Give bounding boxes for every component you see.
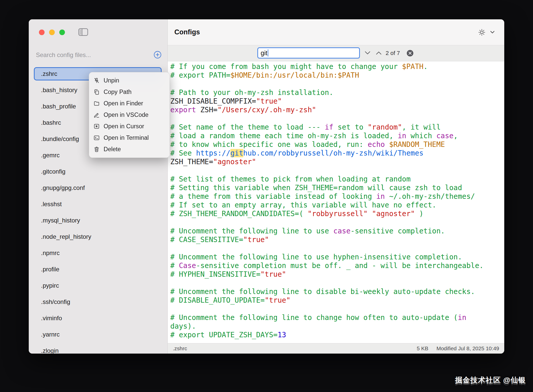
sidebar-item-npmrc[interactable]: .npmrc bbox=[34, 246, 162, 260]
code-line: export ZSH="/Users/cxy/.oh-my-zsh" bbox=[170, 106, 504, 114]
find-bar: git 2 of 7 bbox=[168, 45, 504, 61]
sidebar-item-pypirc[interactable]: .pypirc bbox=[34, 279, 162, 292]
code-line: # Uncomment the following line to use ca… bbox=[170, 227, 504, 235]
find-previous-button[interactable] bbox=[374, 49, 383, 58]
chevron-up-icon bbox=[376, 52, 382, 56]
window-controls bbox=[39, 30, 65, 35]
code-line: # Set list of themes to pick from when l… bbox=[170, 175, 504, 184]
sidebar-item-label: .viminfo bbox=[41, 315, 62, 322]
sidebar-item-node-repl-history[interactable]: .node_repl_history bbox=[34, 230, 162, 243]
trash-icon bbox=[93, 146, 100, 153]
code-line: # Uncomment the following line to change… bbox=[170, 313, 504, 322]
menu-item-label: Open in Finder bbox=[104, 100, 143, 107]
code-content: # If you come from bash you might have t… bbox=[168, 61, 504, 339]
status-filename: .zshrc bbox=[173, 345, 187, 352]
theme-toggle-button[interactable] bbox=[478, 29, 486, 36]
close-window-button[interactable] bbox=[39, 30, 45, 35]
main-content: Configs git bbox=[168, 19, 504, 354]
sidebar-item-label: .gnupg/gpg.conf bbox=[41, 184, 85, 191]
sidebar-item-profile[interactable]: .profile bbox=[34, 263, 162, 276]
sidebar-item-yarnrc[interactable]: .yarnrc bbox=[34, 328, 162, 341]
app-window: Search config files... .zshrc.bash_histo… bbox=[29, 19, 504, 354]
code-line: # CASE_SENSITIVE="true" bbox=[170, 235, 504, 244]
sidebar-item-ssh-config[interactable]: .ssh/config bbox=[34, 295, 162, 309]
plus-circle-icon bbox=[153, 56, 162, 60]
code-line: # Path to your oh-my-zsh installation. bbox=[170, 88, 504, 97]
sidebar-item-label: .lesshst bbox=[41, 201, 62, 208]
context-menu: UnpinCopy PathOpen in FinderOpen in VSCo… bbox=[89, 72, 170, 158]
x-circle-icon bbox=[406, 50, 414, 57]
menu-item-open-in-vscode[interactable]: Open in VSCode bbox=[89, 109, 170, 121]
menu-item-label: Delete bbox=[104, 146, 121, 153]
pencil-icon bbox=[93, 112, 100, 118]
code-editor[interactable]: # If you come from bash you might have t… bbox=[168, 61, 504, 343]
code-line: ZSH_DISABLE_COMPFIX="true" bbox=[170, 97, 504, 106]
sidebar: Search config files... .zshrc.bash_histo… bbox=[29, 19, 168, 354]
sidebar-item-label: .npmrc bbox=[41, 249, 60, 257]
sidebar-item-gnupg-gpg-conf[interactable]: .gnupg/gpg.conf bbox=[34, 181, 162, 194]
menu-item-open-in-terminal[interactable]: Open in Terminal bbox=[89, 132, 170, 144]
status-file-info: 5 KB Modified Jul 8, 2025 10:49 bbox=[410, 345, 499, 352]
find-input[interactable]: git bbox=[257, 47, 360, 59]
sidebar-search-row: Search config files... bbox=[36, 49, 162, 61]
sidebar-item-label: .profile bbox=[41, 266, 59, 273]
sidebar-item-label: .gitconfig bbox=[41, 168, 65, 175]
sidebar-item-lesshst[interactable]: .lesshst bbox=[34, 198, 162, 211]
chevron-down-icon bbox=[364, 52, 371, 56]
status-filesize: 5 KB bbox=[417, 345, 428, 351]
status-modified: Modified Jul 8, 2025 10:49 bbox=[437, 345, 499, 351]
menu-item-unpin[interactable]: Unpin bbox=[89, 75, 170, 86]
page-title: Configs bbox=[174, 28, 200, 36]
code-line: ZSH_THEME="agnoster" bbox=[170, 158, 504, 166]
code-line: # Uncomment the following line to use hy… bbox=[170, 253, 504, 261]
sidebar-item-gitconfig[interactable]: .gitconfig bbox=[34, 165, 162, 178]
code-line bbox=[170, 279, 504, 287]
find-next-button[interactable] bbox=[363, 49, 372, 58]
minimize-window-button[interactable] bbox=[49, 30, 55, 35]
code-line: days). bbox=[170, 322, 504, 331]
add-config-button[interactable] bbox=[153, 51, 162, 59]
sidebar-toggle-button[interactable] bbox=[78, 28, 89, 37]
code-line: # See https://github.com/robbyrussell/oh… bbox=[170, 149, 504, 158]
code-line bbox=[170, 166, 504, 175]
sidebar-item-label: .node_repl_history bbox=[41, 233, 91, 240]
titlebar: Configs bbox=[168, 19, 504, 45]
code-line: # Set name of the theme to load --- if s… bbox=[170, 123, 504, 132]
menu-item-delete[interactable]: Delete bbox=[89, 144, 170, 155]
unpin-icon bbox=[93, 77, 100, 84]
folder-icon bbox=[93, 100, 100, 107]
menu-item-open-in-cursor[interactable]: Open in Cursor bbox=[89, 121, 170, 132]
sidebar-item-label: .ssh/config bbox=[41, 298, 70, 305]
theme-menu-button[interactable] bbox=[490, 31, 495, 34]
menu-item-label: Unpin bbox=[104, 77, 119, 84]
copy-icon bbox=[93, 89, 100, 95]
sidebar-item-label: .bundle/config bbox=[41, 135, 79, 143]
cursor-icon bbox=[93, 123, 100, 130]
text-caret bbox=[268, 49, 268, 57]
sidebar-item-viminfo[interactable]: .viminfo bbox=[34, 312, 162, 325]
sidebar-item-label: .bash_profile bbox=[41, 103, 76, 110]
code-line: # export PATH=$HOME/bin:/usr/local/bin:$… bbox=[170, 71, 504, 80]
menu-item-label: Open in Terminal bbox=[104, 134, 149, 141]
code-line bbox=[170, 218, 504, 227]
sidebar-item-mysql-history[interactable]: .mysql_history bbox=[34, 214, 162, 227]
sidebar-item-zlogin[interactable]: .zlogin bbox=[34, 344, 162, 354]
code-line: # If set to an empty array, this variabl… bbox=[170, 201, 504, 209]
code-line: # a theme from this variable instead of … bbox=[170, 192, 504, 201]
status-bar: .zshrc 5 KB Modified Jul 8, 2025 10:49 bbox=[168, 343, 504, 354]
menu-item-label: Open in Cursor bbox=[104, 123, 144, 130]
find-query-text: git bbox=[261, 49, 267, 57]
menu-item-label: Copy Path bbox=[104, 89, 132, 95]
code-line bbox=[170, 114, 504, 123]
zoom-window-button[interactable] bbox=[59, 30, 65, 35]
code-line: # ZSH_THEME_RANDOM_CANDIDATES=( "robbyru… bbox=[170, 209, 504, 218]
sidebar-item-label: .bashrc bbox=[41, 119, 61, 126]
find-close-button[interactable] bbox=[406, 50, 414, 57]
menu-item-open-in-finder[interactable]: Open in Finder bbox=[89, 98, 170, 109]
code-line: # DISABLE_AUTO_UPDATE="true" bbox=[170, 296, 504, 305]
titlebar-actions bbox=[478, 29, 495, 36]
sidebar-search-input[interactable]: Search config files... bbox=[36, 51, 91, 59]
menu-item-copy-path[interactable]: Copy Path bbox=[89, 86, 170, 98]
code-line: # load a random theme each time oh-my-zs… bbox=[170, 132, 504, 140]
code-line: # Setting this variable when ZSH_THEME=r… bbox=[170, 184, 504, 192]
